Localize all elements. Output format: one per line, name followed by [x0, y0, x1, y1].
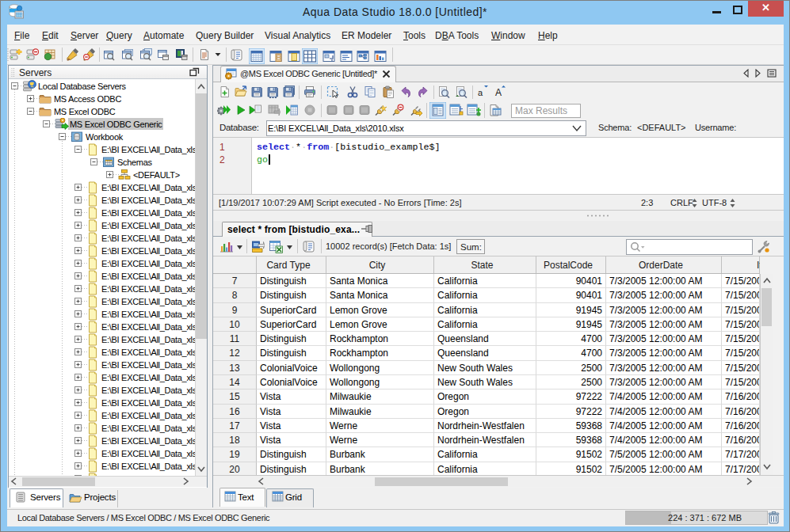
svg-text:A: A	[495, 87, 502, 98]
svg-text:a: a	[478, 88, 483, 97]
